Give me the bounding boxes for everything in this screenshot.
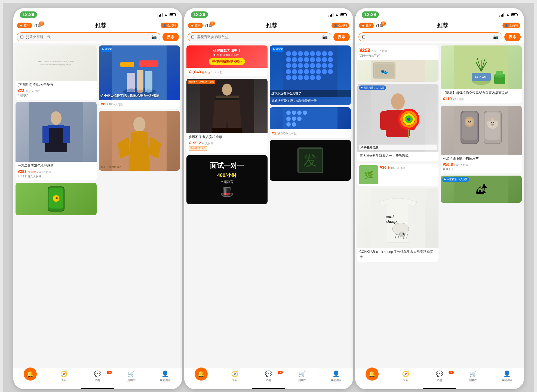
product-card-bear-case[interactable]: 可爱卡通毛绒小狗适用苹 ¥16.8 900+人付款 收藏上千 [441, 106, 522, 173]
product-grid-2: 品牌爆款力团中！ 📢限时折扣等你来抢！ 手慢别后悔哟 GO> ¥1,049 券后… [186, 45, 351, 204]
product-card-book[interactable]: XMAX 2024 All of Winter: Rain, Arrival P… [16, 45, 97, 100]
tab-home-3[interactable]: 🔔 [355, 370, 389, 382]
svg-point-126 [466, 119, 473, 125]
search-bar-1: ⊡ 📷 搜索 [13, 31, 182, 43]
svg-point-74 [292, 117, 296, 121]
search-bar-2: ⊡ 📷 搜索 [184, 31, 353, 43]
tab-browse-2[interactable]: 🧭 逛逛 [218, 370, 252, 382]
search-button-3[interactable]: 搜索 [504, 33, 521, 41]
camera-icon-3[interactable]: 📷 [493, 34, 499, 39]
svg-point-73 [286, 117, 291, 121]
product-card-hoodie[interactable]: 蕉下 Beneunder 蕉下 Beneunder [99, 111, 180, 171]
svg-point-75 [297, 117, 302, 121]
search-bar-3: ⊡ 📷 搜索 [355, 31, 524, 43]
member-btn-3[interactable]: 👤会员码 [502, 23, 520, 28]
home-button-2[interactable]: 🔔 [195, 367, 208, 381]
scan-icon-2[interactable]: ⊡ [191, 34, 195, 39]
search-wrapper-3[interactable]: ⊡ 📷 [358, 32, 502, 41]
member-btn-1[interactable]: 👤会员码 [161, 23, 178, 28]
product-card-lollipop[interactable]: ▶ 商家精选 11人点赞 [357, 84, 438, 161]
svg-text:🏕: 🏕 [476, 183, 487, 195]
signal-icon-3 [499, 13, 504, 17]
svg-text:conk: conk [386, 215, 395, 219]
product-title-book: [正版现货]清单:关于爱与 [18, 82, 94, 87]
tab-cart-1[interactable]: 🛒 购物车 [115, 370, 148, 382]
svg-text:🌿: 🌿 [364, 170, 373, 179]
tab-home-2[interactable]: 🔔 [184, 370, 218, 382]
svg-point-32 [298, 51, 303, 56]
product-card-interview[interactable]: 面试一对一 400/小时 文超教育 🎩 [186, 155, 268, 204]
camera-icon-2[interactable]: 📷 [322, 34, 328, 39]
svg-point-49 [304, 63, 309, 68]
scan-icon-1[interactable]: ⊡ [20, 34, 24, 39]
product-card-plant[interactable]: Air PLANT [441, 45, 522, 103]
tab-profile-3[interactable]: 👤 我的淘宝 [490, 370, 524, 382]
nav-title-1: 推荐 [43, 22, 158, 29]
sign-btn-3[interactable]: 🏠签到 [359, 23, 374, 28]
status-time-3: 12:28 [362, 11, 379, 18]
product-card-pants[interactable]: 此款参与【单件8折】活动 步履不停 复古宽松锥形 ¥199.2 46人付款 淘金… [186, 79, 268, 153]
scan-icon-3[interactable]: ⊡ [362, 34, 366, 39]
search-input-2[interactable] [197, 35, 320, 39]
product-card-outdoor[interactable]: 🌿 ¥36.9 100+人付款 [357, 164, 438, 186]
status-icons-3: ▲ [499, 13, 517, 17]
phones-container: 12:29 ▲ 🏠签到 订阅 新 推荐 👤会员码 [3, 3, 534, 392]
product-card-bottles[interactable]: ▶ 商家精选 50人点赞 [99, 45, 180, 109]
sign-btn-2[interactable]: 🏠签到 [188, 23, 203, 28]
status-time-1: 12:29 [20, 11, 37, 18]
svg-point-24 [222, 84, 232, 96]
signal-icon-2 [329, 13, 333, 17]
tab-bar-2: 🔔 🧭 逛逛 48 💬 消息 🛒 购物车 👤 我的淘宝 [184, 368, 353, 387]
tab-home-1[interactable]: 🔔 [13, 370, 47, 382]
tab-browse-1[interactable]: 🧭 逛逛 [47, 370, 81, 382]
product-card-outdoor-more[interactable]: ▶ 京家精选 29人点赞 🏕 [441, 176, 522, 203]
tab-cart-2[interactable]: 🛒 购物车 [286, 370, 319, 382]
home-button-3[interactable]: 🔔 [366, 367, 379, 381]
svg-point-71 [297, 111, 302, 115]
col-1-2: ▶ 商家精选 50人点赞 [99, 45, 180, 215]
home-button-1[interactable]: 🔔 [24, 367, 37, 381]
product-price-book: ¥73 [18, 88, 24, 93]
order-btn-3[interactable]: 订阅 新 [376, 23, 383, 28]
product-card-price-top[interactable]: ¥299 2000+人付款 "双十一价格不错" 👟 [357, 45, 438, 82]
product-card-clothes[interactable]: 一方二集炭灰色肌理感新 ¥283 券后价 200+人付款 970个质感女人收藏 [16, 102, 97, 180]
tab-browse-3[interactable]: 🧭 逛逛 [389, 370, 423, 382]
member-btn-2[interactable]: 👤会员码 [332, 23, 349, 28]
search-button-1[interactable]: 搜索 [162, 33, 179, 41]
product-card-blueballs[interactable]: ▶ 商家精选 0.1万人点赞 [270, 45, 351, 105]
search-wrapper-2[interactable]: ⊡ 📷 [188, 32, 331, 41]
product-card-blueballs-small[interactable]: ¥1.9 6000+人付款 [270, 107, 351, 138]
svg-point-44 [322, 57, 327, 62]
search-button-2[interactable]: 搜索 [333, 33, 350, 41]
product-card-promo[interactable]: 品牌爆款力团中！ 📢限时折扣等你来抢！ 手慢别后悔哟 GO> ¥1,049 券后… [186, 45, 268, 76]
svg-point-50 [310, 63, 315, 68]
tab-profile-2[interactable]: 👤 我的淘宝 [319, 370, 353, 382]
tab-bar-1: 🔔 🧭 逛逛 48 💬 消息 🛒 购物车 👤 我的淘宝 [13, 368, 182, 387]
camera-icon-1[interactable]: 📷 [151, 34, 157, 39]
svg-rect-26 [216, 96, 239, 98]
home-indicator-1 [81, 388, 114, 389]
svg-point-38 [286, 57, 291, 62]
sign-btn-1[interactable]: 🏠签到 [17, 23, 32, 28]
svg-point-57 [304, 69, 309, 74]
tab-message-1[interactable]: 48 💬 消息 [81, 370, 115, 382]
tab-cart-3[interactable]: 🛒 购物车 [456, 370, 490, 382]
svg-rect-4 [42, 126, 49, 143]
promo-action[interactable]: 手慢别后悔哟 GO> [209, 58, 245, 65]
tab-profile-1[interactable]: 👤 我的淘宝 [148, 370, 182, 382]
order-btn-1[interactable]: 订阅 新 [34, 23, 41, 28]
product-card-sheep[interactable]: conk sheep [357, 188, 438, 262]
svg-point-45 [328, 57, 333, 62]
battery-icon-2 [340, 13, 346, 16]
overlay-text-bottles: 这个也太惊艳了吧，泡泡机漂布一秒满屏 [100, 94, 178, 98]
order-btn-2[interactable]: 订阅 新 [205, 23, 212, 28]
svg-point-1 [51, 111, 62, 125]
svg-point-77 [292, 122, 296, 127]
search-input-1[interactable] [26, 35, 149, 39]
tab-message-2[interactable]: 48 💬 消息 [252, 370, 286, 382]
search-input-3[interactable] [368, 35, 491, 39]
product-card-phone-case[interactable]: 🌻 [16, 183, 97, 215]
product-card-mahjong[interactable]: 发 [270, 140, 351, 181]
tab-message-3[interactable]: 48 💬 消息 [423, 370, 456, 382]
search-wrapper-1[interactable]: ⊡ 📷 [17, 32, 160, 41]
